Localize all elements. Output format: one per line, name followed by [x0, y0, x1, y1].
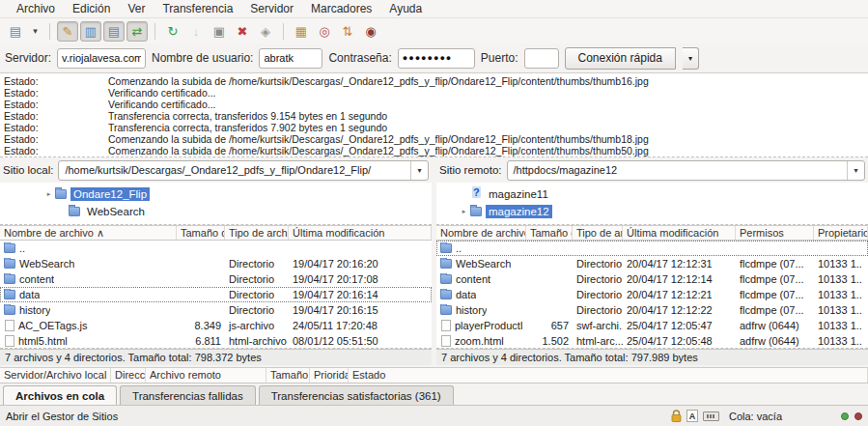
local-file-list[interactable]: .. WebSearch Directorio 19/04/17 20:16:2…: [0, 241, 432, 349]
compare-directories-button[interactable]: ◎: [314, 21, 335, 42]
reconnect-button[interactable]: ◈: [255, 21, 276, 42]
column-header[interactable]: Tamaño de: [526, 226, 573, 240]
menu-edicion[interactable]: Edición: [64, 0, 119, 17]
menu-ver[interactable]: Ver: [119, 0, 154, 17]
remote-path-combo[interactable]: /httpdocs/magazine12 ▾: [507, 160, 865, 181]
..[interactable]: ..: [0, 241, 432, 256]
tab-transferencias-fallidas[interactable]: Transferencias fallidas: [120, 385, 256, 405]
toolbar-button: [283, 23, 284, 40]
find-files-button[interactable]: ◉: [360, 21, 381, 42]
file-icon: [441, 335, 451, 347]
folder-icon: [440, 243, 452, 253]
refresh-button[interactable]: ↻: [162, 21, 183, 42]
data[interactable]: data Directorio 19/04/17 20:16:14: [0, 287, 432, 302]
column-header[interactable]: Tipo de archivo: [225, 226, 289, 240]
column-header[interactable]: Nombre de archivo: [436, 226, 526, 240]
local-site-label: Sitio local:: [3, 164, 53, 176]
tree-item-magazine12[interactable]: ▸ magazine12: [436, 203, 868, 220]
data[interactable]: data Directorio 20/04/17 12:12:21 flcdmp…: [436, 287, 868, 302]
AC_OETags.js[interactable]: AC_OETags.js 8.349 js-archivo 24/05/11 1…: [0, 318, 432, 333]
lock-icon[interactable]: [671, 410, 682, 422]
column-header[interactable]: Última modificación: [289, 226, 432, 240]
local-status-text: 7 archivos y 4 directorios. Tamaño total…: [0, 349, 432, 365]
menu-ayuda[interactable]: Ayuda: [380, 0, 431, 17]
toggle-local-tree-button[interactable]: ▥: [80, 21, 101, 42]
chevron-down-icon[interactable]: ▾: [410, 161, 428, 180]
quickconnect-button[interactable]: Conexión rápida: [565, 47, 676, 70]
column-header[interactable]: Tamaño de: [177, 226, 225, 240]
toolbar-button: [154, 23, 155, 40]
column-header[interactable]: Propietario/: [814, 226, 868, 240]
zoom.html[interactable]: zoom.html 1.502 html-arc... 25/04/17 12:…: [436, 333, 868, 349]
process-queue-button[interactable]: ↓: [185, 21, 207, 42]
column-header[interactable]: Nombre de archivo ∧: [0, 226, 177, 240]
column-header[interactable]: Permisos: [736, 226, 814, 240]
tree-item-ondare12-flip[interactable]: ▸ Ondare12_Flip: [0, 185, 432, 203]
statusbar-icons: A: [671, 410, 719, 422]
ascii-mode-icon[interactable]: A: [686, 410, 698, 422]
queue-column-header[interactable]: Prioridad: [310, 368, 349, 383]
menu-transferencia[interactable]: Transferencia: [154, 0, 241, 17]
toggle-remote-tree-button[interactable]: ▤: [103, 21, 125, 42]
column-header[interactable]: Tipo de arch: [573, 226, 623, 240]
file-icon: [441, 320, 451, 331]
menu-servidor[interactable]: Servidor: [241, 0, 302, 17]
file-icon: [5, 335, 14, 347]
queue-column-header[interactable]: Archivo remoto: [146, 368, 266, 383]
speed-limit-icon[interactable]: [703, 412, 719, 421]
tree-item-websearch[interactable]: WebSearch: [0, 203, 432, 220]
remote-file-list[interactable]: .. WebSearch Directorio 20/04/17 12:12:3…: [436, 241, 868, 349]
chevron-down-icon[interactable]: ▾: [847, 161, 864, 180]
content[interactable]: content Directorio 19/04/17 20:17:08: [0, 271, 432, 287]
expander-icon[interactable]: ▸: [458, 208, 470, 215]
column-header[interactable]: Última modificación: [623, 226, 736, 240]
tab-transferencias-satisfactorias[interactable]: Transferencias satisfactorias (361): [259, 385, 454, 405]
folder-icon: [4, 290, 15, 299]
password-label: Contraseña:: [328, 51, 391, 65]
history[interactable]: history Directorio 19/04/17 20:16:15: [0, 302, 432, 318]
html5.html[interactable]: html5.html 6.811 html-archivo 08/01/12 0…: [0, 333, 432, 349]
site-manager-button[interactable]: ▤: [5, 21, 26, 42]
password-input[interactable]: [398, 48, 475, 69]
remote-panel: Sitio remoto: /httpdocs/magazine12 ▾ mag…: [436, 157, 868, 365]
message-log[interactable]: Estado: Comenzando la subida de /home/ku…: [0, 72, 868, 157]
disconnect-button[interactable]: ✖: [232, 21, 253, 42]
queue-column-header[interactable]: Servidor/Archivo local: [0, 368, 111, 383]
local-tree[interactable]: ▸ Ondare12_Flip WebSearch: [0, 183, 432, 225]
toggle-log-button[interactable]: ✎: [57, 21, 78, 42]
port-input[interactable]: [524, 48, 559, 69]
content[interactable]: content Directorio 20/04/17 12:12:14 flc…: [436, 271, 868, 287]
username-input[interactable]: [259, 48, 322, 69]
username-label: Nombre de usuario:: [152, 51, 253, 65]
tree-item-magazine11[interactable]: magazine11: [436, 185, 868, 203]
queue-column-header[interactable]: Tamaño: [266, 368, 310, 383]
status-bar: Abrir el Gestor de Sitios A Cola: vacía: [0, 405, 868, 426]
server-label: Servidor:: [5, 51, 51, 65]
filezilla-window: ArchivoEdiciónVerTransferenciaServidorMa…: [0, 0, 868, 426]
..[interactable]: ..: [436, 241, 868, 256]
remote-tree[interactable]: magazine11 ▸ magazine12: [436, 183, 868, 225]
toggle-queue-button[interactable]: ⇄: [126, 21, 148, 42]
sync-browsing-button[interactable]: ⇅: [337, 21, 358, 42]
filter-button[interactable]: ▦: [291, 21, 312, 42]
local-path-combo[interactable]: /home/kurtsik/Descargas/_Ondare12_pdfs_y…: [58, 160, 429, 181]
remote-path-value: /httpdocs/magazine12: [508, 164, 847, 176]
cancel-operation-button[interactable]: ▣: [209, 21, 230, 42]
history[interactable]: history Directorio 20/04/17 12:12:22 flc…: [436, 302, 868, 318]
folder-icon: [440, 305, 452, 315]
server-input[interactable]: [57, 48, 146, 69]
playerProductI...[interactable]: playerProductI... 657 swf-archi... 25/04…: [436, 318, 868, 333]
menu-marcadores[interactable]: Marcadores: [302, 0, 380, 17]
toolbar-button: [49, 23, 50, 40]
WebSearch[interactable]: WebSearch Directorio 19/04/17 20:16:20: [0, 256, 432, 271]
quickconnect-dropdown[interactable]: ▾: [683, 47, 699, 70]
log-line: Estado: Comenzando la subida de /home/ku…: [0, 145, 868, 156]
expander-icon[interactable]: ▸: [42, 190, 55, 198]
queue-column-header[interactable]: Dirección: [111, 368, 146, 383]
folder-icon: [4, 274, 15, 284]
WebSearch[interactable]: WebSearch Directorio 20/04/17 12:12:31 f…: [436, 256, 868, 271]
menu-archivo[interactable]: Archivo: [8, 0, 64, 17]
tab-archivos-en-cola[interactable]: Archivos en cola: [3, 385, 117, 405]
site-manager-dropdown[interactable]: ▾: [28, 21, 42, 42]
queue-column-header[interactable]: Estado: [349, 368, 868, 383]
